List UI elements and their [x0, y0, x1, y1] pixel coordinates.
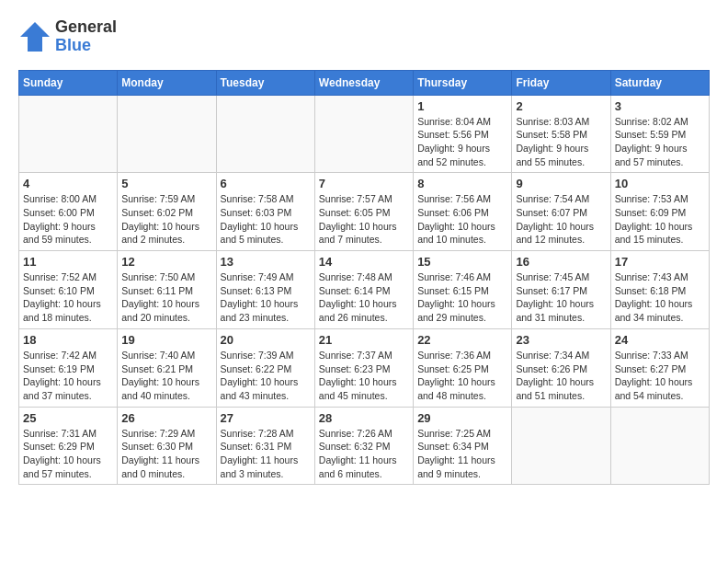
calendar-cell: 20Sunrise: 7:39 AM Sunset: 6:22 PM Dayli… [216, 328, 314, 407]
calendar-cell: 16Sunrise: 7:45 AM Sunset: 6:17 PM Dayli… [512, 251, 610, 329]
day-number: 1 [417, 99, 507, 113]
day-info: Sunrise: 7:57 AM Sunset: 6:05 PM Dayligh… [319, 192, 409, 247]
day-number: 13 [221, 255, 311, 269]
day-number: 21 [319, 333, 409, 347]
day-info: Sunrise: 8:00 AM Sunset: 6:00 PM Dayligh… [23, 192, 113, 247]
day-info: Sunrise: 8:04 AM Sunset: 5:56 PM Dayligh… [417, 115, 507, 169]
day-number: 25 [23, 411, 113, 425]
calendar-cell: 14Sunrise: 7:48 AM Sunset: 6:14 PM Dayli… [314, 251, 413, 329]
calendar-cell: 22Sunrise: 7:36 AM Sunset: 6:25 PM Dayli… [414, 328, 512, 407]
day-number: 17 [615, 255, 705, 269]
calendar-week-row: 11Sunrise: 7:52 AM Sunset: 6:10 PM Dayli… [19, 251, 710, 329]
day-number: 9 [516, 177, 606, 190]
day-info: Sunrise: 7:28 AM Sunset: 6:31 PM Dayligh… [221, 427, 311, 481]
day-number: 10 [615, 177, 705, 190]
day-number: 18 [23, 333, 113, 347]
calendar-table: SundayMondayTuesdayWednesdayThursdayFrid… [18, 70, 710, 486]
weekday-header-monday: Monday [118, 70, 216, 95]
calendar-cell: 15Sunrise: 7:46 AM Sunset: 6:15 PM Dayli… [414, 251, 512, 329]
day-info: Sunrise: 7:53 AM Sunset: 6:09 PM Dayligh… [615, 192, 705, 247]
day-number: 19 [121, 333, 211, 347]
day-number: 26 [121, 411, 211, 425]
weekday-header-friday: Friday [512, 70, 610, 95]
calendar-cell: 10Sunrise: 7:53 AM Sunset: 6:09 PM Dayli… [610, 173, 709, 251]
calendar-cell [314, 95, 413, 173]
calendar-cell: 13Sunrise: 7:49 AM Sunset: 6:13 PM Dayli… [216, 251, 314, 329]
calendar-cell: 26Sunrise: 7:29 AM Sunset: 6:30 PM Dayli… [118, 407, 216, 485]
day-info: Sunrise: 7:48 AM Sunset: 6:14 PM Dayligh… [319, 270, 409, 325]
day-info: Sunrise: 7:42 AM Sunset: 6:19 PM Dayligh… [23, 349, 113, 403]
calendar-week-row: 4Sunrise: 8:00 AM Sunset: 6:00 PM Daylig… [19, 173, 710, 251]
calendar-cell: 4Sunrise: 8:00 AM Sunset: 6:00 PM Daylig… [19, 173, 118, 251]
calendar-cell: 21Sunrise: 7:37 AM Sunset: 6:23 PM Dayli… [314, 328, 413, 407]
day-info: Sunrise: 7:29 AM Sunset: 6:30 PM Dayligh… [121, 427, 211, 481]
day-number: 28 [319, 411, 409, 425]
day-number: 29 [417, 411, 507, 425]
day-number: 7 [319, 177, 409, 190]
day-number: 6 [221, 177, 311, 190]
day-info: Sunrise: 7:25 AM Sunset: 6:34 PM Dayligh… [417, 427, 507, 481]
day-info: Sunrise: 7:33 AM Sunset: 6:27 PM Dayligh… [615, 349, 705, 403]
day-number: 24 [615, 333, 705, 347]
weekday-header-sunday: Sunday [19, 70, 118, 95]
day-info: Sunrise: 7:34 AM Sunset: 6:26 PM Dayligh… [516, 349, 606, 403]
day-number: 14 [319, 255, 409, 269]
calendar-week-row: 18Sunrise: 7:42 AM Sunset: 6:19 PM Dayli… [19, 328, 710, 407]
day-number: 11 [23, 255, 113, 269]
calendar-header-row: SundayMondayTuesdayWednesdayThursdayFrid… [19, 70, 710, 95]
day-number: 8 [417, 177, 507, 190]
calendar-cell [216, 95, 314, 173]
calendar-cell: 7Sunrise: 7:57 AM Sunset: 6:05 PM Daylig… [314, 173, 413, 251]
calendar-cell: 27Sunrise: 7:28 AM Sunset: 6:31 PM Dayli… [216, 407, 314, 485]
logo-icon [18, 20, 51, 53]
calendar-cell: 2Sunrise: 8:03 AM Sunset: 5:58 PM Daylig… [512, 95, 610, 173]
calendar-cell: 11Sunrise: 7:52 AM Sunset: 6:10 PM Dayli… [19, 251, 118, 329]
calendar-cell: 29Sunrise: 7:25 AM Sunset: 6:34 PM Dayli… [414, 407, 512, 485]
day-number: 23 [516, 333, 606, 347]
day-number: 16 [516, 255, 606, 269]
day-info: Sunrise: 8:02 AM Sunset: 5:59 PM Dayligh… [615, 115, 705, 169]
weekday-header-tuesday: Tuesday [216, 70, 314, 95]
calendar-cell: 25Sunrise: 7:31 AM Sunset: 6:29 PM Dayli… [19, 407, 118, 485]
day-info: Sunrise: 7:26 AM Sunset: 6:32 PM Dayligh… [319, 427, 409, 481]
logo-blue-text: Blue [55, 37, 117, 55]
day-info: Sunrise: 7:37 AM Sunset: 6:23 PM Dayligh… [319, 349, 409, 403]
day-info: Sunrise: 7:54 AM Sunset: 6:07 PM Dayligh… [516, 192, 606, 247]
calendar-cell [19, 95, 118, 173]
day-info: Sunrise: 7:58 AM Sunset: 6:03 PM Dayligh… [221, 192, 311, 247]
calendar-cell: 24Sunrise: 7:33 AM Sunset: 6:27 PM Dayli… [610, 328, 709, 407]
day-number: 20 [221, 333, 311, 347]
calendar-cell [118, 95, 216, 173]
calendar-cell: 12Sunrise: 7:50 AM Sunset: 6:11 PM Dayli… [118, 251, 216, 329]
calendar-week-row: 1Sunrise: 8:04 AM Sunset: 5:56 PM Daylig… [19, 95, 710, 173]
calendar-cell: 6Sunrise: 7:58 AM Sunset: 6:03 PM Daylig… [216, 173, 314, 251]
day-info: Sunrise: 7:43 AM Sunset: 6:18 PM Dayligh… [615, 270, 705, 325]
calendar-cell: 1Sunrise: 8:04 AM Sunset: 5:56 PM Daylig… [414, 95, 512, 173]
day-info: Sunrise: 7:31 AM Sunset: 6:29 PM Dayligh… [23, 427, 113, 481]
calendar-cell: 17Sunrise: 7:43 AM Sunset: 6:18 PM Dayli… [610, 251, 709, 329]
calendar-cell: 8Sunrise: 7:56 AM Sunset: 6:06 PM Daylig… [414, 173, 512, 251]
day-info: Sunrise: 7:39 AM Sunset: 6:22 PM Dayligh… [221, 349, 311, 403]
calendar-cell: 9Sunrise: 7:54 AM Sunset: 6:07 PM Daylig… [512, 173, 610, 251]
day-number: 22 [417, 333, 507, 347]
day-info: Sunrise: 7:56 AM Sunset: 6:06 PM Dayligh… [417, 192, 507, 247]
weekday-header-wednesday: Wednesday [314, 70, 413, 95]
weekday-header-saturday: Saturday [610, 70, 709, 95]
day-info: Sunrise: 7:36 AM Sunset: 6:25 PM Dayligh… [417, 349, 507, 403]
day-number: 5 [121, 177, 211, 190]
day-info: Sunrise: 7:46 AM Sunset: 6:15 PM Dayligh… [417, 270, 507, 325]
calendar-cell: 5Sunrise: 7:59 AM Sunset: 6:02 PM Daylig… [118, 173, 216, 251]
day-info: Sunrise: 7:59 AM Sunset: 6:02 PM Dayligh… [121, 192, 211, 247]
calendar-cell: 3Sunrise: 8:02 AM Sunset: 5:59 PM Daylig… [610, 95, 709, 173]
day-number: 3 [615, 99, 705, 113]
day-number: 4 [23, 177, 113, 190]
day-info: Sunrise: 7:49 AM Sunset: 6:13 PM Dayligh… [221, 270, 311, 325]
day-info: Sunrise: 7:45 AM Sunset: 6:17 PM Dayligh… [516, 270, 606, 325]
day-number: 12 [121, 255, 211, 269]
page-header: GeneralBlue [18, 18, 710, 55]
calendar-cell: 23Sunrise: 7:34 AM Sunset: 6:26 PM Dayli… [512, 328, 610, 407]
day-number: 2 [516, 99, 606, 113]
day-number: 27 [221, 411, 311, 425]
logo: GeneralBlue [18, 18, 117, 55]
svg-marker-0 [20, 22, 50, 52]
